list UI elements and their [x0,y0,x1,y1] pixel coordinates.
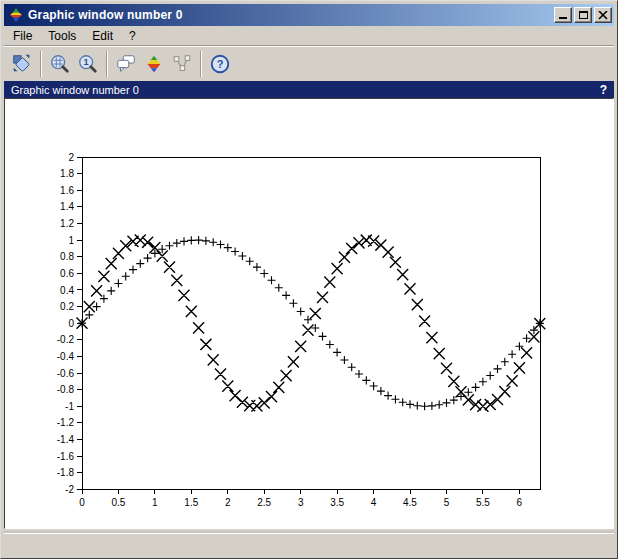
toolbar: 1 [4,45,614,81]
toolbar-separator [106,51,108,77]
minimize-icon [559,17,567,19]
dialog-bubbles-icon [115,53,137,75]
menu-help[interactable]: ? [121,27,144,45]
svg-text:2: 2 [68,152,74,163]
svg-text:1.8: 1.8 [60,168,74,179]
plot-canvas[interactable]: 21.81.61.41.210.80.60.40.20-0.2-0.4-0.6-… [4,98,614,529]
statusbar [4,533,614,555]
toolbar-separator [200,51,202,77]
rotate-button[interactable] [8,50,36,78]
original-view-button[interactable]: 1 [74,50,102,78]
infobar: Graphic window number 0 ? [4,81,614,98]
svg-text:5: 5 [444,496,450,507]
window-title: Graphic window number 0 [28,8,554,22]
svg-text:4.5: 4.5 [403,496,417,507]
svg-text:?: ? [217,58,224,70]
svg-text:1.4: 1.4 [60,201,74,212]
menu-file[interactable]: File [5,27,40,45]
help-icon: ? [209,53,231,75]
infobar-text: Graphic window number 0 [11,84,600,96]
graphic-window: Graphic window number 0 File Tools Edit … [0,0,618,559]
maximize-button[interactable] [574,7,592,23]
svg-text:-1.8: -1.8 [57,467,75,478]
scilab-app-icon [8,7,24,23]
maximize-icon [579,11,588,19]
menu-tools[interactable]: Tools [40,27,84,45]
svg-text:0: 0 [79,496,85,507]
svg-text:-2: -2 [65,484,74,495]
svg-text:1.5: 1.5 [184,496,198,507]
zoom-area-button[interactable] [46,50,74,78]
svg-text:0.4: 0.4 [60,284,74,295]
svg-text:0.5: 0.5 [111,496,125,507]
svg-text:2.5: 2.5 [257,496,271,507]
svg-text:-0.2: -0.2 [57,334,75,345]
svg-text:-1.4: -1.4 [57,434,75,445]
svg-text:3: 3 [298,496,304,507]
svg-text:0.8: 0.8 [60,251,74,262]
scilab-tool-button[interactable] [140,50,168,78]
svg-text:4: 4 [371,496,377,507]
graphics-editor-button[interactable] [112,50,140,78]
chart: 21.81.61.41.210.80.60.40.20-0.2-0.4-0.6-… [5,99,613,528]
svg-text:1: 1 [84,57,89,67]
svg-text:0: 0 [68,318,74,329]
svg-text:-1.2: -1.2 [57,417,75,428]
color-diamond-icon [143,53,165,75]
svg-text:3.5: 3.5 [330,496,344,507]
zoom-reset-icon: 1 [77,53,99,75]
svg-text:1.2: 1.2 [60,218,74,229]
svg-text:-0.6: -0.6 [57,367,75,378]
svg-text:-1: -1 [65,401,74,412]
menubar: File Tools Edit ? [4,26,614,45]
window-controls [554,7,612,23]
minimize-button[interactable] [554,7,572,23]
svg-text:0.2: 0.2 [60,301,74,312]
node-graph-icon [171,53,193,75]
svg-text:-1.6: -1.6 [57,451,75,462]
svg-text:-0.8: -0.8 [57,384,75,395]
svg-text:5.5: 5.5 [476,496,490,507]
infobar-help-mark[interactable]: ? [600,83,607,97]
svg-text:1: 1 [152,496,158,507]
close-icon [598,11,608,20]
svg-text:1.6: 1.6 [60,185,74,196]
toolbar-separator [40,51,42,77]
close-button[interactable] [594,7,612,23]
entity-picker-button[interactable] [168,50,196,78]
svg-text:-0.4: -0.4 [57,351,75,362]
svg-text:6: 6 [517,496,523,507]
rotate-icon [11,53,33,75]
svg-text:0.6: 0.6 [60,268,74,279]
svg-text:2: 2 [225,496,231,507]
help-button[interactable]: ? [206,50,234,78]
svg-text:1: 1 [68,235,74,246]
zoom-area-icon [49,53,71,75]
menu-edit[interactable]: Edit [84,27,121,45]
titlebar[interactable]: Graphic window number 0 [4,4,614,26]
